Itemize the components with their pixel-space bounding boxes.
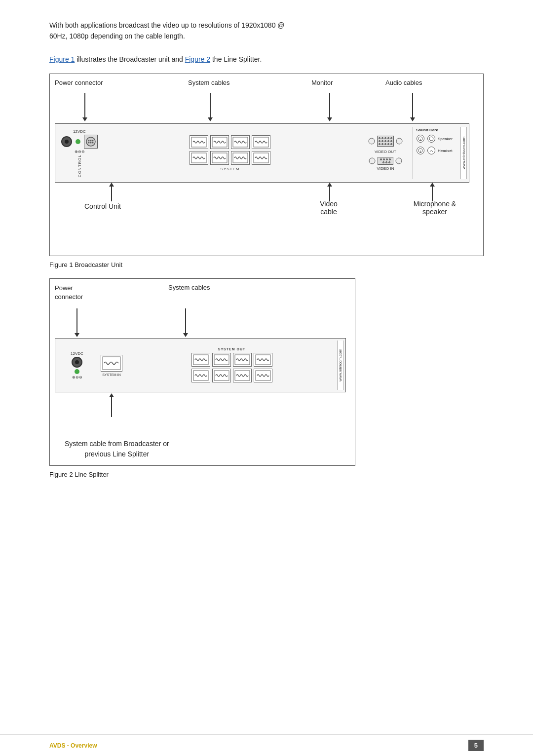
- polarity-label-fig2: ⊕⊖⊖: [72, 375, 82, 379]
- power-connector-port-fig2: [72, 357, 82, 368]
- polarity-label: ⊕⊖⊖: [75, 150, 85, 154]
- power-arrow-fig2: [75, 308, 79, 337]
- intro-text-1: With both applications broadcast the vid…: [49, 21, 285, 29]
- fig2-link[interactable]: Figure 2: [185, 55, 210, 63]
- system-in-section: SYSTEM IN: [97, 354, 126, 377]
- minicom-website-fig2: www.minicom.com: [338, 340, 343, 390]
- system-cables-arrow-fig2: [183, 308, 188, 337]
- control-unit-bottom-label: Control Unit: [84, 202, 121, 210]
- figure1-caption: Figure 1 Broadcaster Unit: [49, 261, 484, 268]
- system-port-4: [252, 135, 270, 149]
- website-label-fig1: www.minicom.com: [460, 127, 467, 179]
- video-out-connector-icon: [368, 138, 375, 145]
- figure-ref-line: Figure 1 illustrates the Broadcaster uni…: [49, 54, 484, 65]
- video-in-label: VIDEO IN: [377, 166, 394, 171]
- system-cable-arrow-fig2: [109, 393, 114, 417]
- headset-label: Headset: [438, 149, 453, 153]
- speaker-label: Speaker: [438, 137, 453, 141]
- svg-point-18: [396, 158, 402, 164]
- figure2-caption: Figure 2 Line Splitter: [49, 471, 484, 478]
- figure2-splitter: Powerconnector System cables 12VDC ⊕⊖⊖ S…: [49, 278, 355, 466]
- microphone-speaker-bottom-label: Microphone &speaker: [405, 200, 464, 216]
- system-label: SYSTEM: [221, 167, 240, 171]
- svg-point-2: [90, 140, 92, 141]
- system-out-top-row: [191, 352, 273, 367]
- power-connector-label: Power connector: [55, 79, 103, 86]
- system-ports: SYSTEM: [102, 135, 358, 171]
- figure1-broadcaster: Power connector System cables Monitor Au…: [49, 74, 484, 256]
- svg-point-3: [92, 140, 94, 141]
- power-section-fig2: 12VDC ⊕⊖⊖: [57, 351, 97, 379]
- status-led-fig2: [75, 369, 79, 374]
- system-port-6: [210, 151, 229, 165]
- system-out-port-3: [233, 353, 252, 367]
- page-footer: AVDS - Overview 5: [0, 734, 533, 756]
- system-ports-top-row: [189, 135, 271, 150]
- microphone-arrow: [430, 183, 435, 201]
- system-out-label: SYSTEM OUT: [218, 347, 246, 351]
- monitor-label: Monitor: [311, 79, 333, 86]
- power-controls: [61, 135, 98, 149]
- system-port-3: [231, 135, 250, 149]
- system-out-port-5: [191, 369, 210, 382]
- figure-ref-text1: illustrates the Broadcaster unit and: [75, 55, 185, 63]
- power-connector-port: [61, 136, 72, 147]
- headset-mic-jack: [417, 147, 424, 154]
- video-cable-arrow: [327, 183, 332, 201]
- video-in-icon: [369, 157, 376, 164]
- video-cable-bottom-label: Videocable: [311, 200, 346, 216]
- system-cables-label: System cables: [188, 79, 230, 86]
- svg-point-17: [369, 158, 375, 164]
- intro-text-2: 60Hz, 1080p depending on the cable lengt…: [49, 32, 185, 40]
- system-out-port-6: [212, 369, 231, 382]
- control-unit-arrow: [109, 183, 114, 201]
- db9-port: [84, 135, 98, 149]
- svg-point-15: [369, 138, 375, 144]
- system-out-port-7: [233, 369, 252, 382]
- svg-point-4: [88, 142, 90, 143]
- audio-cables-arrow: [410, 93, 415, 121]
- status-led: [76, 139, 80, 144]
- sound-card-label: Sound Card: [416, 128, 464, 132]
- video-in-icon2: [395, 157, 402, 164]
- system-cables-label-fig2: System cables: [168, 284, 210, 291]
- system-in-label: SYSTEM IN: [102, 373, 121, 377]
- system-out-port-2: [212, 353, 231, 367]
- system-port-1: [190, 135, 208, 149]
- system-port-8: [252, 151, 270, 165]
- fig1-link[interactable]: Figure 1: [49, 55, 75, 63]
- headset-row: Headset: [416, 146, 464, 155]
- device-body-fig2: 12VDC ⊕⊖⊖ SYSTEM IN SYSTEM OUT: [55, 338, 346, 392]
- monitor-arrow: [327, 93, 332, 121]
- minicom-website-fig1: www.minicom.com: [461, 127, 467, 179]
- system-cable-bottom-label: System cable from Broadcaster orprevious…: [65, 439, 169, 459]
- system-out-section: SYSTEM OUT: [126, 347, 337, 383]
- svg-point-5: [90, 142, 92, 143]
- video-in-section: [369, 157, 402, 165]
- system-cables-arrow: [208, 93, 213, 121]
- speaker-jack: [427, 135, 435, 143]
- control-label: CONTROL: [77, 154, 82, 177]
- system-out-bottom-row: [191, 368, 273, 383]
- power-connector-label-fig2: Powerconnector: [55, 284, 83, 302]
- page-number: 5: [468, 740, 484, 751]
- video-out-section: [368, 136, 403, 147]
- device-body: 12VDC: [55, 123, 469, 183]
- svg-point-21: [429, 137, 433, 141]
- system-out-port-1: [191, 353, 210, 367]
- svg-point-6: [92, 142, 94, 143]
- video-in-connector: [378, 157, 393, 165]
- system-in-port: [101, 355, 122, 372]
- system-port-5: [190, 151, 208, 165]
- system-port-7: [231, 151, 250, 165]
- video-out-connector-icon2: [396, 138, 403, 145]
- speaker-row: Speaker: [416, 134, 464, 143]
- headset-jack: [427, 147, 435, 154]
- svg-point-16: [396, 138, 402, 144]
- audio-section: Sound Card Speaker Headset: [413, 127, 467, 179]
- system-out-port-8: [254, 369, 272, 382]
- svg-point-0: [86, 137, 95, 146]
- power-section: 12VDC: [57, 129, 102, 177]
- video-section: VIDEO OUT VIDEO IN: [358, 136, 413, 171]
- audio-cables-label: Audio cables: [385, 79, 422, 86]
